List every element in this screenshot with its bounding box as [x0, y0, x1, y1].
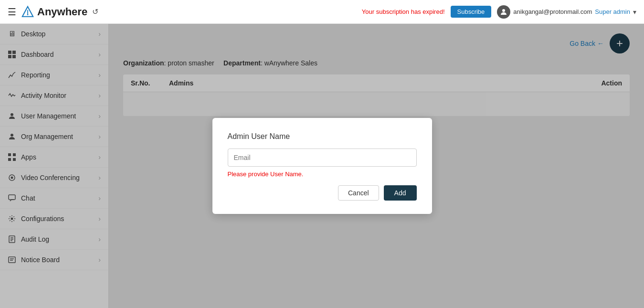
header-left: ☰ Anywhere ↺ [8, 5, 362, 19]
svg-point-2 [27, 14, 29, 15]
logo-text: Anywhere [37, 6, 87, 18]
subscribe-button[interactable]: Subscribe [451, 6, 492, 18]
subscription-warning: Your subscription has expired! [362, 8, 445, 15]
app-header: ☰ Anywhere ↺ Your subscription has expir… [0, 0, 644, 24]
add-button[interactable]: Add [384, 185, 417, 201]
modal-actions: Cancel Add [228, 185, 417, 201]
user-email: anikgangal@protonmail.com [513, 8, 592, 15]
email-input[interactable] [228, 149, 417, 167]
header-right: Your subscription has expired! Subscribe… [362, 5, 636, 19]
user-dropdown-arrow[interactable]: ▾ [633, 8, 636, 16]
modal-overlay: Admin User Name Please provide User Name… [0, 24, 644, 308]
svg-point-3 [502, 9, 505, 12]
modal-error-message: Please provide User Name. [228, 170, 417, 178]
logo-area: Anywhere ↺ [21, 5, 98, 19]
user-avatar-icon [497, 5, 510, 19]
modal-title: Admin User Name [228, 132, 417, 141]
logo-icon [21, 5, 34, 19]
cancel-button[interactable]: Cancel [338, 185, 379, 201]
user-area[interactable]: anikgangal@protonmail.com Super admin ▾ [497, 5, 636, 19]
add-admin-modal: Admin User Name Please provide User Name… [212, 118, 432, 214]
hamburger-icon[interactable]: ☰ [8, 6, 16, 18]
super-admin-label: Super admin [595, 8, 630, 15]
refresh-icon[interactable]: ↺ [92, 7, 98, 16]
